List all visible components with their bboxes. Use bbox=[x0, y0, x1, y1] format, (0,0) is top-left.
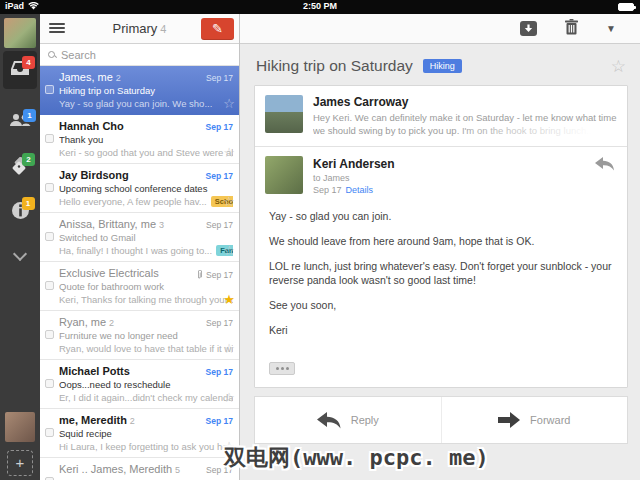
message-paragraph: Yay - so glad you can join. bbox=[269, 209, 613, 223]
gmail-ipad-app: iPad 2:50 PM 4 bbox=[0, 0, 640, 480]
sender-avatar bbox=[265, 95, 303, 133]
star-icon[interactable]: ☆ bbox=[223, 146, 235, 159]
email-list-item[interactable]: Anissa, Brittany, me3 Sep 17 Switched to… bbox=[40, 213, 239, 262]
more-actions-button[interactable]: ▼ bbox=[606, 23, 616, 34]
row-sender: James, me bbox=[59, 71, 113, 83]
battery-icon bbox=[618, 3, 634, 11]
row-subject: Squid recipe bbox=[59, 428, 233, 439]
email-list-item[interactable]: Exclusive Electricals Sep 17 Quote for b… bbox=[40, 262, 239, 311]
message-paragraph: Keri bbox=[269, 323, 613, 337]
search-input[interactable]: Search bbox=[61, 49, 96, 61]
clock: 2:50 PM bbox=[0, 1, 640, 11]
row-checkbox[interactable] bbox=[45, 85, 54, 94]
row-preview: Keri - so good that you and Steve were a… bbox=[59, 147, 233, 158]
email-list-item[interactable]: Keri .. James, Meredith5 Sep 17 ☆ bbox=[40, 458, 239, 480]
email-list-item[interactable]: Jay Birdsong Sep 17 Upcoming school conf… bbox=[40, 164, 239, 213]
message-paragraph: See you soon, bbox=[269, 298, 613, 312]
archive-icon bbox=[524, 24, 533, 33]
row-sender: Anissa, Brittany, me bbox=[59, 218, 156, 230]
hiking-label-chip[interactable]: Hiking bbox=[423, 59, 462, 73]
row-checkbox[interactable] bbox=[45, 330, 54, 339]
row-preview: Hi Laura, I keep forgetting to ask you h… bbox=[59, 441, 233, 452]
reply-arrow-icon bbox=[595, 157, 615, 171]
sidebar-item-contacts[interactable]: 1 bbox=[0, 102, 40, 142]
email-list-item[interactable]: Hannah Cho Sep 17 Thank you Keri - so go… bbox=[40, 115, 239, 164]
row-message-count: 3 bbox=[159, 220, 164, 230]
row-checkbox[interactable] bbox=[45, 134, 54, 143]
row-message-count: 2 bbox=[130, 416, 135, 426]
pencil-icon: ✎ bbox=[212, 21, 223, 36]
row-subject: Switched to Gmail bbox=[59, 232, 233, 243]
star-icon[interactable]: ☆ bbox=[223, 195, 235, 208]
row-preview: Yay - so glad you can join. We sho... bbox=[59, 98, 212, 109]
message-paragraph: LOL re lunch, just bring whatever's easy… bbox=[269, 259, 613, 287]
forward-button-large[interactable]: Forward bbox=[442, 397, 628, 443]
row-date: Sep 17 bbox=[196, 269, 233, 280]
star-icon[interactable]: ☆ bbox=[223, 391, 235, 404]
row-date: Sep 17 bbox=[206, 122, 233, 132]
row-checkbox[interactable] bbox=[45, 379, 54, 388]
forward-arrow-icon bbox=[498, 412, 520, 428]
sidebar-item-info[interactable]: 1 bbox=[0, 192, 40, 232]
details-link[interactable]: Details bbox=[346, 185, 374, 195]
star-icon[interactable]: ★ bbox=[223, 293, 235, 306]
row-sender: me, Meredith bbox=[59, 414, 127, 426]
add-account-button[interactable]: + bbox=[7, 450, 33, 476]
secondary-account-avatar[interactable] bbox=[5, 412, 35, 442]
subject-row: Hiking trip on SaturdayHiking ☆ bbox=[240, 44, 640, 85]
row-sender: Exclusive Electricals bbox=[59, 267, 159, 279]
message-header[interactable]: Keri Andersen to James Sep 17Details bbox=[255, 147, 627, 199]
show-quoted-text-button[interactable] bbox=[269, 362, 295, 375]
row-checkbox[interactable] bbox=[45, 428, 54, 437]
thread-toolbar: ▼ bbox=[240, 14, 640, 44]
date-line: Sep 17Details bbox=[313, 185, 617, 195]
row-sender: Michael Potts bbox=[59, 365, 130, 377]
inbox-badge: 4 bbox=[22, 56, 35, 69]
email-list-item[interactable]: Michael Potts Sep 17 Oops...need to resc… bbox=[40, 360, 239, 409]
row-date: Sep 17 bbox=[206, 367, 233, 377]
row-checkbox[interactable] bbox=[45, 281, 54, 290]
email-list-item[interactable]: Ryan, me2 Sep 17 Furniture we no longer … bbox=[40, 311, 239, 360]
paperclip-icon bbox=[196, 269, 204, 280]
chevron-down-icon bbox=[13, 246, 27, 260]
row-checkbox[interactable] bbox=[45, 232, 54, 241]
row-message-count: 2 bbox=[116, 73, 121, 83]
row-subject: Thank you bbox=[59, 134, 233, 145]
thread-star-icon[interactable]: ☆ bbox=[611, 56, 626, 77]
row-preview: Ha, finally! I thought I was going to... bbox=[59, 245, 212, 256]
row-sender: Ryan, me bbox=[59, 316, 106, 328]
reply-button-large[interactable]: Reply bbox=[255, 397, 442, 443]
account-avatar[interactable] bbox=[4, 18, 36, 48]
compose-button[interactable]: ✎ bbox=[201, 18, 234, 40]
archive-button[interactable] bbox=[520, 21, 537, 36]
row-sender: Jay Birdsong bbox=[59, 169, 129, 181]
row-checkbox[interactable] bbox=[45, 183, 54, 192]
reply-arrow-icon bbox=[317, 412, 341, 429]
trash-icon bbox=[565, 19, 578, 35]
recipient-line: to James bbox=[313, 173, 617, 183]
row-message-count: 2 bbox=[109, 318, 114, 328]
row-subject: Furniture we no longer need bbox=[59, 330, 233, 341]
star-icon[interactable]: ☆ bbox=[223, 244, 235, 257]
unread-count: 4 bbox=[160, 23, 166, 35]
star-icon[interactable]: ☆ bbox=[223, 97, 235, 110]
row-date: Sep 17 bbox=[206, 220, 233, 230]
row-preview: Keri, Thanks for talking me through your… bbox=[59, 294, 233, 305]
message-snippet: Hey Keri. We can definitely make it on S… bbox=[313, 111, 617, 138]
sender-name: Keri Andersen bbox=[313, 157, 617, 171]
email-list-item[interactable]: me, Meredith2 Sep 17 Squid recipe Hi Lau… bbox=[40, 409, 239, 458]
row-subject: Hiking trip on Saturday bbox=[59, 85, 233, 96]
thread-subject: Hiking trip on Saturday bbox=[256, 57, 413, 74]
sidebar-item-inbox[interactable]: 4 bbox=[0, 50, 40, 90]
email-list-item[interactable]: James, me2 Sep 17 Hiking trip on Saturda… bbox=[40, 66, 239, 115]
reply-button[interactable] bbox=[595, 157, 615, 175]
sender-avatar bbox=[265, 156, 303, 194]
star-icon[interactable]: ☆ bbox=[223, 342, 235, 355]
sidebar-item-labels[interactable]: 2 bbox=[0, 148, 40, 188]
row-message-count: 5 bbox=[175, 465, 180, 475]
delete-button[interactable] bbox=[565, 19, 578, 39]
search-bar[interactable]: Search bbox=[40, 44, 239, 66]
collapsed-message[interactable]: James Carroway Hey Keri. We can definite… bbox=[255, 86, 627, 147]
email-list: James, me2 Sep 17 Hiking trip on Saturda… bbox=[40, 66, 239, 480]
sidebar-expand-chevron[interactable] bbox=[0, 236, 40, 276]
